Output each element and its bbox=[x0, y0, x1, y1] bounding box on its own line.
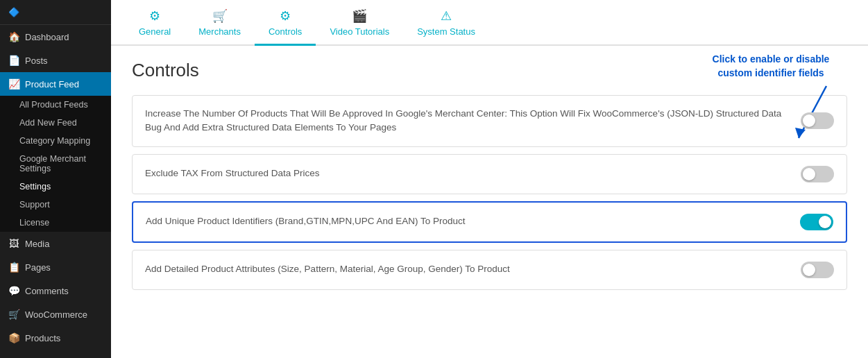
page-body: Controls Click to enable or disable cust… bbox=[111, 46, 868, 358]
sidebar-item-posts[interactable]: 📄 Posts bbox=[0, 49, 111, 72]
sidebar-item-label: Media bbox=[25, 239, 49, 249]
sidebar-sub-category-mapping[interactable]: Category Mapping bbox=[0, 132, 111, 150]
tab-label: Controls bbox=[269, 26, 302, 37]
sidebar-sub-support[interactable]: Support bbox=[0, 196, 111, 214]
sidebar-sub-google-merchant-settings[interactable]: Google Merchant Settings bbox=[0, 150, 111, 178]
posts-icon: 📄 bbox=[8, 55, 19, 66]
system-status-tab-icon: ⚠ bbox=[441, 8, 452, 24]
control-label-3: Add Unique Product Identifiers (Brand,GT… bbox=[146, 214, 800, 228]
sidebar-sub-all-product-feeds[interactable]: All Product Feeds bbox=[0, 96, 111, 114]
general-tab-icon: ⚙ bbox=[149, 8, 160, 24]
sidebar-item-comments[interactable]: 💬 Comments bbox=[0, 279, 111, 302]
dashboard-icon: 🏠 bbox=[8, 31, 19, 42]
sidebar-item-product-feed[interactable]: 📈 Product Feed bbox=[0, 72, 111, 96]
tab-label: General bbox=[139, 26, 171, 37]
control-row-3: Add Unique Product Identifiers (Brand,GT… bbox=[132, 201, 847, 243]
sidebar-item-media[interactable]: 🖼 Media bbox=[0, 232, 111, 255]
toggle-3[interactable] bbox=[800, 214, 833, 230]
tab-controls[interactable]: ⚙ Controls bbox=[255, 0, 316, 46]
control-row-4: Add Detailed Product Attributes (Size, P… bbox=[132, 250, 847, 290]
callout-annotation: Click to enable or disable custom identi… bbox=[695, 53, 847, 145]
sidebar-item-label: Pages bbox=[25, 262, 51, 273]
callout-text: Click to enable or disable custom identi… bbox=[695, 53, 847, 80]
product-feed-icon: 📈 bbox=[8, 78, 19, 90]
tab-label: Merchants bbox=[198, 26, 241, 37]
merchants-tab-icon: 🛒 bbox=[212, 8, 228, 24]
sidebar-item-label: Comments bbox=[25, 286, 69, 296]
toggle-thumb-2 bbox=[803, 168, 815, 180]
sidebar-item-woocommerce[interactable]: 🛒 WooCommerce bbox=[0, 302, 111, 326]
tab-label: Video Tutorials bbox=[330, 26, 389, 37]
tab-video-tutorials[interactable]: 🎬 Video Tutorials bbox=[316, 0, 403, 46]
sidebar-item-dashboard[interactable]: 🏠 Dashboard bbox=[0, 25, 111, 49]
sidebar-logo: 🔷 bbox=[0, 0, 111, 25]
toggle-thumb-3 bbox=[819, 216, 831, 228]
sidebar-item-label: Products bbox=[25, 333, 60, 343]
wordpress-icon: 🔷 bbox=[8, 7, 19, 17]
toggle-1[interactable] bbox=[801, 112, 834, 129]
pages-icon: 📋 bbox=[8, 262, 19, 273]
sidebar-item-label: Posts bbox=[25, 56, 48, 66]
sidebar-item-label: Dashboard bbox=[25, 32, 69, 42]
sidebar-sub-add-new-feed[interactable]: Add New Feed bbox=[0, 114, 111, 132]
product-feed-submenu: All Product Feeds Add New Feed Category … bbox=[0, 96, 111, 232]
sidebar-item-label: WooCommerce bbox=[25, 309, 87, 320]
main-content: ⚙ General 🛒 Merchants ⚙ Controls 🎬 Video… bbox=[111, 0, 868, 358]
tabs-bar: ⚙ General 🛒 Merchants ⚙ Controls 🎬 Video… bbox=[111, 0, 868, 46]
control-label-2: Exclude TAX From Structured Data Prices bbox=[145, 167, 801, 180]
toggle-4[interactable] bbox=[801, 262, 834, 278]
tab-merchants[interactable]: 🛒 Merchants bbox=[185, 0, 255, 46]
sidebar: 🔷 🏠 Dashboard 📄 Posts 📈 Product Feed All… bbox=[0, 0, 111, 358]
tab-label: System Status bbox=[417, 26, 475, 37]
tab-system-status[interactable]: ⚠ System Status bbox=[403, 0, 489, 46]
controls-tab-icon: ⚙ bbox=[280, 8, 291, 24]
video-tutorials-tab-icon: 🎬 bbox=[352, 8, 367, 24]
sidebar-sub-settings[interactable]: Settings bbox=[0, 178, 111, 196]
toggle-2[interactable] bbox=[801, 166, 834, 182]
toggle-thumb-4 bbox=[803, 264, 815, 276]
sidebar-item-products[interactable]: 📦 Products bbox=[0, 326, 111, 350]
products-icon: 📦 bbox=[8, 332, 19, 343]
sidebar-item-pages[interactable]: 📋 Pages bbox=[0, 255, 111, 279]
control-row-2: Exclude TAX From Structured Data Prices bbox=[132, 154, 847, 194]
sidebar-item-label: Product Feed bbox=[25, 79, 79, 90]
comments-icon: 💬 bbox=[8, 285, 19, 296]
sidebar-sub-license[interactable]: License bbox=[0, 214, 111, 232]
media-icon: 🖼 bbox=[8, 238, 19, 249]
control-label-4: Add Detailed Product Attributes (Size, P… bbox=[145, 262, 801, 276]
tab-general[interactable]: ⚙ General bbox=[125, 0, 185, 46]
woocommerce-icon: 🛒 bbox=[8, 309, 19, 320]
